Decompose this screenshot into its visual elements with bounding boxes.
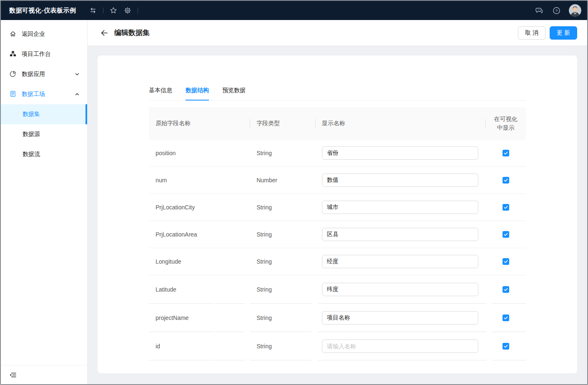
field-name-cell: position — [149, 150, 250, 156]
table-row: PrjLocationCity String — [149, 194, 526, 221]
document-icon — [10, 91, 16, 98]
display-name-input[interactable] — [322, 311, 478, 325]
sidebar-item-data-applications[interactable]: 数据应用 — [1, 64, 87, 84]
table-body: position String num Number PrjLocationCi… — [149, 140, 526, 360]
visible-cell — [485, 204, 526, 211]
visibility-checkbox[interactable] — [503, 315, 509, 321]
tabbar: 基本信息 数据结构 预览数据 — [149, 82, 526, 101]
page-title: 编辑数据集 — [114, 28, 150, 38]
gear-icon[interactable] — [123, 6, 132, 15]
field-name-cell: Latitude — [149, 286, 250, 293]
table-row: projectName String — [149, 304, 526, 332]
table-row: position String — [149, 140, 526, 167]
column-header-field-type: 字段类型 — [250, 107, 315, 140]
collapse-sidebar-icon[interactable] — [9, 371, 17, 379]
dataset-card: 基本信息 数据结构 预览数据 原始字段名称 字段类型 显示名称 在可视化中显示 … — [98, 55, 577, 373]
field-type-cell: Number — [250, 177, 315, 184]
tab-preview-data[interactable]: 预览数据 — [222, 82, 246, 100]
visible-cell — [485, 286, 526, 293]
back-arrow-icon[interactable] — [100, 29, 108, 37]
chat-icon[interactable] — [535, 6, 544, 15]
visibility-checkbox[interactable] — [503, 150, 509, 156]
sidebar: 返回企业 项目工作台 数据应用 数据工场 — [1, 20, 88, 384]
check-icon — [503, 287, 508, 292]
app-title: 数据可视化-仪表板示例 — [9, 7, 76, 15]
column-header-field-name: 原始字段名称 — [149, 107, 250, 140]
visible-cell — [485, 258, 526, 265]
check-icon — [503, 232, 508, 237]
star-icon[interactable] — [109, 6, 118, 15]
fields-table: 原始字段名称 字段类型 显示名称 在可视化中显示 position String… — [149, 107, 526, 360]
divider — [138, 8, 138, 13]
display-name-cell — [315, 311, 486, 325]
topbar: 数据可视化-仪表板示例 — [1, 1, 587, 20]
sidebar-item-label: 数据流 — [23, 151, 40, 158]
display-name-input[interactable] — [322, 255, 478, 268]
topbar-left-icons — [89, 6, 138, 15]
visibility-checkbox[interactable] — [503, 286, 509, 293]
cancel-button[interactable]: 取 消 — [518, 26, 545, 40]
sidebar-item-datasource[interactable]: 数据源 — [1, 124, 87, 144]
tab-basic-info[interactable]: 基本信息 — [149, 82, 172, 100]
column-header-display-name: 显示名称 — [315, 107, 486, 140]
display-name-cell — [315, 146, 486, 160]
field-type-cell: String — [250, 343, 315, 350]
update-button[interactable]: 更 新 — [550, 26, 577, 40]
check-icon — [503, 315, 508, 320]
visible-cell — [485, 343, 526, 350]
display-name-input[interactable] — [322, 146, 478, 160]
check-icon — [503, 344, 508, 349]
visibility-checkbox[interactable] — [503, 177, 509, 184]
visibility-checkbox[interactable] — [503, 231, 509, 238]
field-type-cell: String — [250, 150, 315, 156]
app-window: 数据可视化-仪表板示例 — [0, 0, 588, 385]
header-actions: 取 消 更 新 — [518, 26, 577, 40]
sidebar-item-label: 返回企业 — [22, 30, 45, 38]
check-icon — [503, 151, 508, 156]
display-name-cell — [315, 201, 486, 214]
sidebar-item-label: 数据集 — [23, 111, 40, 118]
swap-icon[interactable] — [89, 6, 97, 15]
visible-cell — [485, 177, 526, 184]
sidebar-item-return-enterprise[interactable]: 返回企业 — [1, 24, 87, 44]
field-name-cell: num — [149, 177, 250, 184]
visible-cell — [485, 315, 526, 321]
field-type-cell: String — [250, 231, 315, 238]
help-icon[interactable]: ? — [552, 6, 560, 15]
content-area: 基本信息 数据结构 预览数据 原始字段名称 字段类型 显示名称 在可视化中显示 … — [88, 46, 587, 384]
table-header: 原始字段名称 字段类型 显示名称 在可视化中显示 — [149, 107, 526, 140]
display-name-cell — [315, 255, 486, 268]
visibility-checkbox[interactable] — [503, 258, 509, 265]
visibility-checkbox[interactable] — [503, 343, 509, 350]
sidebar-item-dataflow[interactable]: 数据流 — [1, 144, 87, 164]
sidebar-item-dataset[interactable]: 数据集 — [1, 104, 87, 124]
field-name-cell: PrjLocationArea — [149, 231, 250, 238]
sidebar-item-data-factory[interactable]: 数据工场 — [1, 84, 87, 104]
chevron-down-icon — [75, 72, 80, 77]
sidebar-item-label: 数据源 — [23, 131, 40, 138]
display-name-input[interactable] — [322, 228, 478, 241]
display-name-input[interactable] — [322, 283, 478, 296]
display-name-input[interactable] — [322, 201, 478, 214]
tab-data-structure[interactable]: 数据结构 — [186, 82, 209, 101]
display-name-input[interactable] — [322, 174, 478, 187]
main-area: 编辑数据集 取 消 更 新 基本信息 数据结构 预览数据 原始字段名称 字段类型… — [88, 20, 587, 384]
sidebar-item-label: 数据工场 — [22, 91, 45, 98]
visible-cell — [485, 150, 526, 156]
sidebar-footer — [1, 365, 87, 384]
page-header: 编辑数据集 取 消 更 新 — [88, 20, 587, 46]
workbench-icon — [10, 50, 16, 58]
table-row: Longitude String — [149, 248, 526, 275]
field-type-cell: String — [250, 315, 315, 321]
visibility-checkbox[interactable] — [503, 204, 509, 211]
column-header-visible: 在可视化中显示 — [485, 107, 526, 140]
table-row: Latitude String — [149, 275, 526, 304]
display-name-input[interactable] — [322, 340, 478, 353]
table-row: id String — [149, 332, 526, 360]
sidebar-item-project-workbench[interactable]: 项目工作台 — [1, 44, 87, 64]
check-icon — [503, 205, 508, 210]
visible-cell — [485, 231, 526, 238]
avatar[interactable] — [569, 4, 581, 17]
check-icon — [503, 178, 508, 183]
topbar-right-icons: ? — [535, 4, 581, 17]
